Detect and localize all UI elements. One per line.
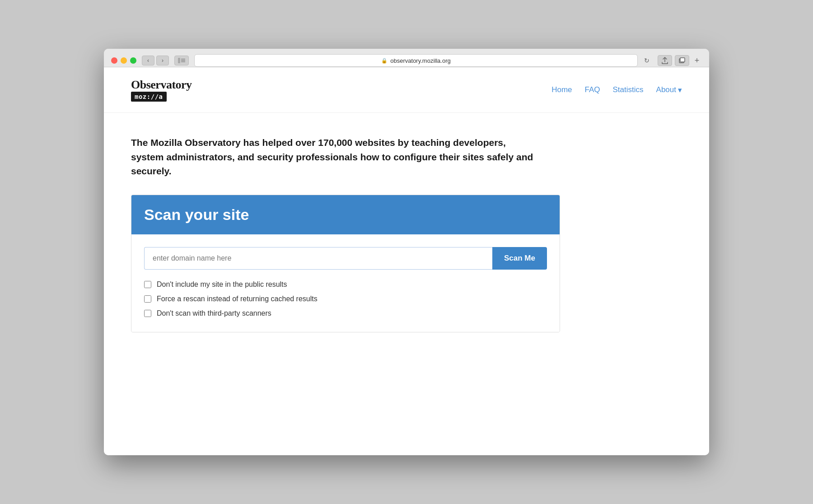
close-button[interactable]: [111, 57, 117, 64]
scan-input-row: Scan Me: [144, 247, 547, 270]
maximize-button[interactable]: [130, 57, 136, 64]
domain-input[interactable]: [144, 247, 492, 270]
nav-about[interactable]: About ▾: [656, 85, 682, 95]
logo-title: Observatory: [131, 78, 192, 92]
nav-buttons: ‹ ›: [142, 56, 169, 65]
checkbox-public-results[interactable]: [144, 281, 151, 288]
sidebar-icon: [178, 58, 185, 63]
checkbox-item[interactable]: Force a rescan instead of returning cach…: [144, 295, 547, 303]
scan-me-button[interactable]: Scan Me: [492, 247, 547, 270]
checkbox-label-third-party: Don't scan with third-party scanners: [157, 309, 271, 317]
scan-card: Scan your site Scan Me Don't include my …: [131, 195, 560, 332]
chevron-down-icon: ▾: [678, 85, 682, 95]
nav-home[interactable]: Home: [551, 85, 572, 94]
checkbox-group: Don't include my site in the public resu…: [144, 280, 547, 317]
add-tab-button[interactable]: +: [692, 56, 702, 65]
main-nav: Home FAQ Statistics About ▾: [551, 85, 682, 95]
back-icon: ‹: [147, 57, 149, 64]
title-bar: ‹ › 🔒 observatory.mozilla.org: [111, 54, 702, 67]
url-text: observatory.mozilla.org: [390, 57, 450, 64]
minimize-button[interactable]: [121, 57, 127, 64]
plus-icon: +: [695, 56, 700, 65]
checkbox-label-public: Don't include my site in the public resu…: [157, 280, 287, 289]
logo-badge: moz://a: [131, 92, 167, 102]
nav-statistics[interactable]: Statistics: [613, 85, 644, 94]
hero-text: The Mozilla Observatory has helped over …: [131, 135, 537, 178]
logo-container: Observatory moz://a: [131, 78, 192, 102]
forward-button[interactable]: ›: [156, 56, 169, 65]
back-button[interactable]: ‹: [142, 56, 154, 65]
scan-card-header: Scan your site: [131, 195, 560, 234]
svg-rect-0: [178, 58, 180, 63]
browser-content: Observatory moz://a Home FAQ Statistics …: [104, 67, 709, 455]
browser-actions: +: [658, 55, 702, 66]
tabs-icon: [679, 57, 685, 64]
checkbox-third-party[interactable]: [144, 310, 151, 317]
checkbox-label-rescan: Force a rescan instead of returning cach…: [157, 295, 318, 303]
svg-rect-3: [181, 61, 185, 62]
nav-faq[interactable]: FAQ: [585, 85, 600, 94]
address-bar[interactable]: 🔒 observatory.mozilla.org: [194, 54, 638, 67]
forward-icon: ›: [162, 57, 164, 64]
svg-rect-2: [181, 60, 185, 61]
browser-chrome: ‹ › 🔒 observatory.mozilla.org: [104, 49, 709, 67]
sidebar-toggle-button[interactable]: [174, 56, 189, 65]
share-icon: [662, 57, 668, 64]
checkbox-item[interactable]: Don't include my site in the public resu…: [144, 280, 547, 289]
site-header: Observatory moz://a Home FAQ Statistics …: [104, 67, 709, 113]
traffic-lights: [111, 57, 136, 64]
svg-rect-5: [680, 58, 685, 62]
scan-card-body: Scan Me Don't include my site in the pub…: [131, 234, 560, 332]
svg-rect-1: [181, 59, 185, 60]
new-tab-button[interactable]: [675, 55, 689, 66]
reload-icon: ↻: [644, 57, 649, 64]
checkbox-rescan[interactable]: [144, 295, 151, 303]
site-main: The Mozilla Observatory has helped over …: [104, 113, 709, 355]
browser-window: ‹ › 🔒 observatory.mozilla.org: [104, 49, 709, 455]
nav-about-label: About: [656, 85, 676, 94]
scan-card-title: Scan your site: [144, 206, 547, 224]
checkbox-item[interactable]: Don't scan with third-party scanners: [144, 309, 547, 317]
lock-icon: 🔒: [381, 58, 388, 64]
share-button[interactable]: [658, 55, 672, 66]
reload-button[interactable]: ↻: [641, 55, 652, 66]
